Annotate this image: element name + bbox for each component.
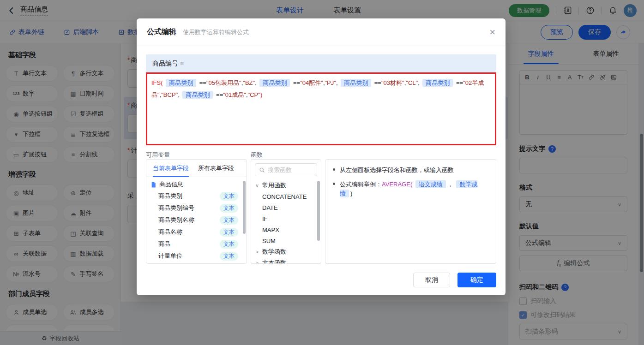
- variable-name: 商品类别名称: [158, 216, 194, 224]
- formula-operator-token: ==: [373, 79, 381, 86]
- example-comma: ，: [447, 181, 453, 188]
- chevron-down-icon: ∨: [255, 183, 259, 189]
- variable-item[interactable]: 文本: [146, 262, 247, 264]
- variables-list: 商品信息商品类别文本商品类别编号文本商品类别名称文本商品名称文本商品文本计量单位…: [146, 177, 247, 264]
- function-search[interactable]: [255, 163, 317, 176]
- chevron-right-icon: >: [255, 260, 259, 264]
- formula-string-token: "BZ": [243, 79, 255, 86]
- example-prefix: 公式编辑举例：: [340, 181, 382, 188]
- functions-list: ∨常用函数CONCATENATEDATEIFMAPXSUM>数学函数>文本函数: [251, 180, 321, 264]
- formula-string-token: "CP": [248, 91, 260, 98]
- formula-field-chip: 商品类别: [259, 79, 290, 87]
- function-item[interactable]: CONCATENATE: [251, 191, 321, 202]
- function-group[interactable]: >数学函数: [251, 246, 321, 257]
- variables-label: 可用变量: [146, 151, 170, 159]
- variables-tabs: 当前表单字段所有表单字段: [146, 160, 247, 177]
- function-group[interactable]: ∨常用函数: [251, 180, 321, 191]
- variable-item[interactable]: 商品类别编号文本: [146, 202, 247, 214]
- formula-field-chip: 商品类别: [166, 79, 196, 87]
- variable-item[interactable]: 商品类别文本: [146, 190, 247, 202]
- formula-target-field: 商品编号 =: [146, 54, 496, 72]
- variable-name: 商品名称: [158, 228, 182, 236]
- function-search-input[interactable]: [268, 167, 309, 173]
- formula-string-token: "04配件": [300, 79, 323, 86]
- function-group-label: 数学函数: [262, 248, 286, 256]
- variable-type-badge: 文本: [220, 192, 238, 201]
- variable-item[interactable]: 商品文本: [146, 238, 247, 250]
- function-group-label: 文本函数: [262, 259, 286, 264]
- variables-tab[interactable]: 所有表单字段: [198, 160, 234, 177]
- formula-operator-token: ,: [178, 91, 181, 98]
- formula-string-token: "01成品": [223, 91, 246, 98]
- variables-panel: 当前表单字段所有表单字段 商品信息商品类别文本商品类别编号文本商品类别名称文本商…: [146, 159, 247, 264]
- bullet-icon: [333, 183, 335, 185]
- document-icon: [151, 182, 156, 188]
- formula-operator-token: ==: [454, 79, 463, 86]
- functions-label: 函数: [251, 151, 263, 159]
- example-field-chip: 语文成绩: [415, 180, 446, 188]
- function-item[interactable]: DATE: [251, 202, 321, 213]
- confirm-button[interactable]: 确定: [457, 273, 496, 287]
- variable-name: 商品: [158, 240, 170, 248]
- cancel-button[interactable]: 取消: [413, 273, 450, 287]
- functions-scrollbar[interactable]: [317, 181, 320, 241]
- formula-function-token: IFS(: [151, 79, 164, 86]
- variable-type-badge: 文本: [220, 252, 238, 261]
- close-icon[interactable]: ×: [489, 27, 495, 37]
- formula-string-token: "03材料": [381, 79, 404, 86]
- variable-type-badge: 文本: [220, 228, 238, 237]
- formula-field-chip: 商品类别: [422, 79, 453, 87]
- function-group[interactable]: >文本函数: [251, 257, 321, 264]
- variable-type-badge: 文本: [220, 264, 238, 264]
- formula-help-panel: 从左侧面板选择字段名和函数，或输入函数 公式编辑举例：AVERAGE( 语文成绩…: [325, 159, 496, 264]
- example-close-paren: ): [350, 190, 352, 197]
- variable-item[interactable]: 商品类别名称文本: [146, 214, 247, 226]
- variable-item[interactable]: 商品名称文本: [146, 226, 247, 238]
- formula-string-token: "BCP": [161, 91, 178, 98]
- formula-operator-token: ==: [214, 91, 223, 98]
- variables-group-label: 商品信息: [159, 180, 183, 189]
- function-item[interactable]: SUM: [251, 235, 321, 246]
- function-group-label: 常用函数: [262, 181, 286, 190]
- formula-string-token: "PJ": [325, 79, 336, 86]
- formula-operator-token: ,: [336, 79, 339, 86]
- formula-input-area[interactable]: IFS( 商品类别 =="05包装用品","BZ", 商品类别 =="04配件"…: [146, 72, 496, 145]
- formula-field-chip: 商品类别: [182, 91, 213, 99]
- modal-subtitle: 使用数学运算符编辑公式: [183, 28, 249, 36]
- modal-footer: 取消 确定: [413, 273, 496, 287]
- function-item[interactable]: MAPX: [251, 224, 321, 235]
- help-tip-1: 从左侧面板选择字段名和函数，或输入函数: [333, 166, 488, 175]
- example-function: AVERAGE(: [382, 181, 412, 188]
- help-tip-2: 公式编辑举例：AVERAGE( 语文成绩， 数学成绩): [333, 180, 488, 198]
- help-tip-1-text: 从左侧面板选择字段名和函数，或输入函数: [340, 166, 454, 175]
- formula-string-token: "CL": [406, 79, 418, 86]
- modal-header: 公式编辑 使用数学运算符编辑公式 ×: [137, 18, 506, 46]
- formula-operator-token: ==: [291, 79, 300, 86]
- formula-function-token: ): [260, 91, 262, 98]
- formula-editor-modal: 公式编辑 使用数学运算符编辑公式 × 商品编号 = IFS( 商品类别 =="0…: [137, 18, 506, 295]
- formula-field-chip: 商品类别: [341, 79, 371, 87]
- modal-title: 公式编辑: [147, 27, 176, 37]
- functions-panel: ∨常用函数CONCATENATEDATEIFMAPXSUM>数学函数>文本函数: [251, 159, 321, 264]
- page-scrollbar[interactable]: [640, 134, 643, 272]
- variable-name: 商品类别: [158, 192, 182, 200]
- variables-group[interactable]: 商品信息: [146, 179, 247, 190]
- search-icon: [259, 167, 265, 173]
- formula-operator-token: ==: [198, 79, 206, 86]
- variables-scrollbar[interactable]: [243, 181, 246, 234]
- formula-string-token: "05包装用品": [206, 79, 241, 86]
- variable-type-badge: 文本: [220, 240, 238, 249]
- help-tip-2-text: 公式编辑举例：AVERAGE( 语文成绩， 数学成绩): [340, 180, 488, 198]
- variable-name: 商品类别编号: [158, 204, 194, 212]
- formula-operator-token: ,: [418, 79, 421, 86]
- variable-type-badge: 文本: [220, 204, 238, 213]
- formula-operator-token: ,: [255, 79, 258, 86]
- chevron-right-icon: >: [255, 249, 259, 255]
- variables-tab[interactable]: 当前表单字段: [153, 160, 189, 177]
- bullet-icon: [333, 168, 335, 171]
- variable-name: 计量单位: [158, 252, 182, 260]
- variable-type-badge: 文本: [220, 216, 238, 225]
- function-item[interactable]: IF: [251, 213, 321, 224]
- variable-item[interactable]: 计量单位文本: [146, 250, 247, 262]
